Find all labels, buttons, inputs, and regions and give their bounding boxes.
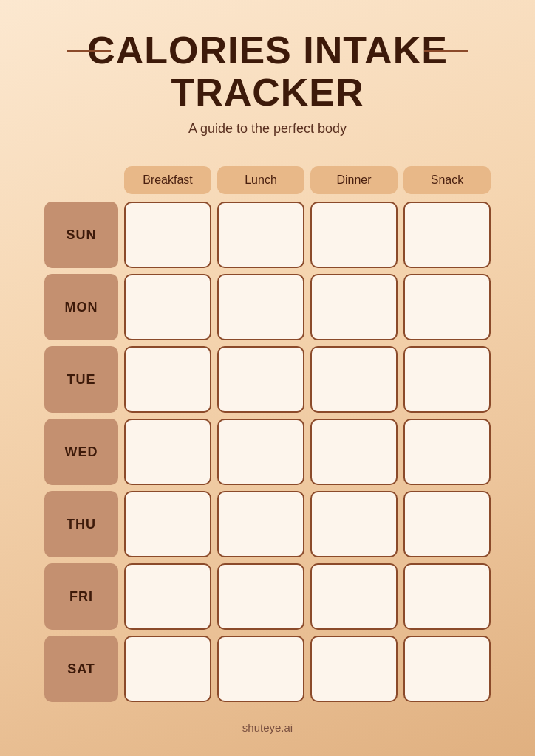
cell-tue-lunch[interactable] — [217, 346, 304, 413]
cell-wed-snack[interactable] — [403, 419, 491, 485]
day-thu: THU — [44, 491, 118, 557]
cell-fri-snack[interactable] — [403, 563, 491, 630]
title-section: CALORIES INTAKE TRACKER A guide to the p… — [44, 30, 491, 137]
grid-header: Breakfast Lunch Dinner Snack — [44, 166, 491, 194]
table-row: SAT — [44, 636, 491, 702]
grid-rows: SUN MON TUE WED — [44, 202, 491, 702]
cell-mon-lunch[interactable] — [217, 274, 304, 340]
header-empty-cell — [44, 166, 118, 194]
cell-wed-breakfast[interactable] — [124, 419, 211, 485]
cell-sat-dinner[interactable] — [310, 636, 398, 702]
day-wed: WED — [44, 419, 118, 485]
cell-wed-lunch[interactable] — [217, 419, 304, 485]
cell-mon-breakfast[interactable] — [124, 274, 211, 340]
cell-tue-snack[interactable] — [403, 346, 491, 413]
cell-tue-breakfast[interactable] — [124, 346, 211, 413]
deco-line-right — [424, 50, 468, 52]
day-mon: MON — [44, 274, 118, 340]
day-fri: FRI — [44, 563, 118, 630]
table-row: THU — [44, 491, 491, 557]
cell-thu-lunch[interactable] — [217, 491, 304, 557]
table-row: WED — [44, 419, 491, 485]
tracker-grid: Breakfast Lunch Dinner Snack SUN MON — [44, 166, 491, 702]
table-row: SUN — [44, 202, 491, 268]
header-snack: Snack — [403, 166, 491, 194]
brand-label: shuteye.ai — [242, 721, 293, 734]
cell-mon-snack[interactable] — [403, 274, 491, 340]
title-decoration: CALORIES INTAKE TRACKER A guide to the p… — [44, 30, 491, 144]
cell-sun-lunch[interactable] — [217, 202, 304, 268]
table-row: TUE — [44, 346, 491, 413]
cell-mon-dinner[interactable] — [310, 274, 398, 340]
title-line2: TRACKER — [44, 72, 491, 114]
cell-fri-breakfast[interactable] — [124, 563, 211, 630]
cell-sat-snack[interactable] — [403, 636, 491, 702]
cell-wed-dinner[interactable] — [310, 419, 398, 485]
header-dinner: Dinner — [310, 166, 398, 194]
cell-sat-breakfast[interactable] — [124, 636, 211, 702]
cell-sun-dinner[interactable] — [310, 202, 398, 268]
cell-thu-snack[interactable] — [403, 491, 491, 557]
cell-thu-breakfast[interactable] — [124, 491, 211, 557]
deco-line-left — [67, 50, 111, 52]
table-row: FRI — [44, 563, 491, 630]
cell-sat-lunch[interactable] — [217, 636, 304, 702]
subtitle: A guide to the perfect body — [44, 121, 491, 137]
day-sun: SUN — [44, 202, 118, 268]
header-breakfast: Breakfast — [124, 166, 211, 194]
main-title: CALORIES INTAKE TRACKER — [44, 30, 491, 114]
cell-thu-dinner[interactable] — [310, 491, 398, 557]
table-row: MON — [44, 274, 491, 340]
cell-tue-dinner[interactable] — [310, 346, 398, 413]
page: CALORIES INTAKE TRACKER A guide to the p… — [0, 0, 535, 756]
cell-sun-breakfast[interactable] — [124, 202, 211, 268]
day-tue: TUE — [44, 346, 118, 413]
cell-fri-lunch[interactable] — [217, 563, 304, 630]
footer: shuteye.ai — [242, 707, 293, 734]
cell-sun-snack[interactable] — [403, 202, 491, 268]
header-lunch: Lunch — [217, 166, 304, 194]
cell-fri-dinner[interactable] — [310, 563, 398, 630]
day-sat: SAT — [44, 636, 118, 702]
